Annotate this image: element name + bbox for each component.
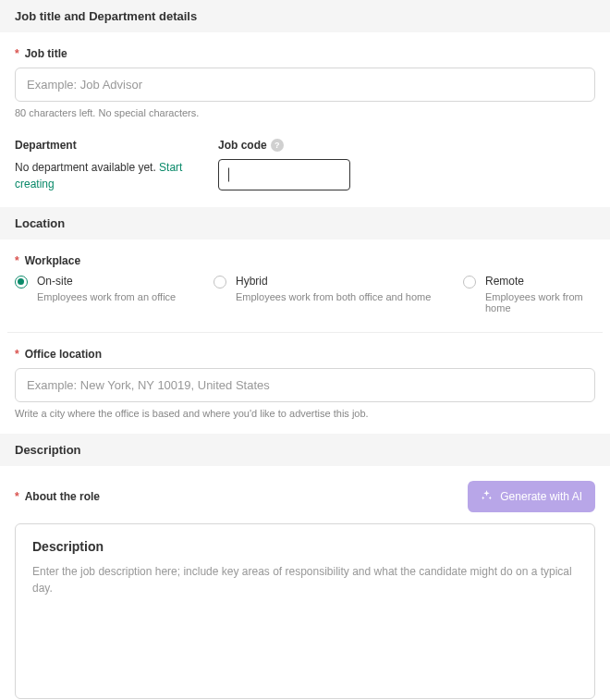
workplace-label: * Workplace bbox=[15, 254, 595, 267]
option-content: Hybrid Employees work from both office a… bbox=[236, 275, 431, 302]
required-star-icon: * bbox=[15, 490, 19, 503]
section-header-text: Job title and Department details bbox=[15, 9, 197, 23]
section-header-description: Description bbox=[0, 434, 610, 466]
description-box-title: Description bbox=[32, 539, 578, 554]
job-title-label-text: Job title bbox=[25, 47, 67, 60]
office-location-label: * Office location bbox=[15, 348, 595, 361]
option-title: On-site bbox=[37, 275, 176, 288]
generate-button-text: Generate with AI bbox=[500, 490, 582, 503]
option-desc: Employees work from an office bbox=[37, 291, 176, 302]
radio-icon bbox=[15, 276, 28, 289]
required-star-icon: * bbox=[15, 348, 19, 361]
department-empty-text: No department available yet. bbox=[15, 161, 159, 174]
radio-icon bbox=[214, 276, 226, 289]
job-code-column: Job code ? bbox=[218, 139, 352, 192]
department-empty-state: No department available yet. Start creat… bbox=[15, 159, 200, 192]
workplace-label-text: Workplace bbox=[25, 254, 80, 267]
section-header-text: Description bbox=[15, 443, 81, 457]
section-body-job-title: * Job title 80 characters left. No speci… bbox=[0, 32, 610, 207]
dept-code-row: Department No department available yet. … bbox=[15, 139, 595, 192]
job-code-label: Job code ? bbox=[218, 139, 352, 152]
about-role-label-text: About the role bbox=[25, 490, 100, 503]
generate-with-ai-button[interactable]: Generate with AI bbox=[468, 481, 595, 512]
workplace-option-onsite[interactable]: On-site Employees work from an office bbox=[15, 275, 214, 313]
option-title: Hybrid bbox=[236, 275, 431, 288]
office-location-input[interactable] bbox=[15, 368, 595, 402]
help-icon[interactable]: ? bbox=[271, 139, 284, 152]
option-content: Remote Employees work from home bbox=[485, 275, 595, 313]
required-star-icon: * bbox=[15, 254, 19, 267]
section-body-location: * Workplace On-site Employees work from … bbox=[0, 239, 610, 313]
text-cursor-icon bbox=[228, 168, 229, 182]
description-box-placeholder: Enter the job description here; include … bbox=[32, 563, 578, 596]
job-title-label: * Job title bbox=[15, 47, 595, 60]
workplace-options: On-site Employees work from an office Hy… bbox=[15, 275, 595, 313]
section-header-location: Location bbox=[0, 207, 610, 239]
description-editor[interactable]: Description Enter the job description he… bbox=[15, 523, 595, 699]
workplace-option-remote[interactable]: Remote Employees work from home bbox=[463, 275, 595, 313]
required-star-icon: * bbox=[15, 47, 19, 60]
option-desc: Employees work from home bbox=[485, 291, 595, 313]
option-desc: Employees work from both office and home bbox=[236, 291, 431, 302]
job-title-input[interactable] bbox=[15, 68, 595, 102]
about-role-label: * About the role bbox=[15, 490, 100, 503]
office-location-label-text: Office location bbox=[25, 348, 102, 361]
office-location-hint: Write a city where the office is based a… bbox=[15, 408, 595, 419]
department-column: Department No department available yet. … bbox=[15, 139, 200, 192]
office-location-body: * Office location Write a city where the… bbox=[0, 333, 610, 434]
option-title: Remote bbox=[485, 275, 595, 288]
sparkle-icon bbox=[481, 489, 493, 504]
radio-icon bbox=[463, 276, 476, 289]
job-code-label-text: Job code bbox=[218, 139, 267, 152]
department-label-text: Department bbox=[15, 139, 77, 152]
department-label: Department bbox=[15, 139, 200, 152]
option-content: On-site Employees work from an office bbox=[37, 275, 176, 302]
job-code-input[interactable] bbox=[218, 159, 350, 190]
job-title-hint: 80 characters left. No special character… bbox=[15, 107, 595, 118]
workplace-option-hybrid[interactable]: Hybrid Employees work from both office a… bbox=[214, 275, 463, 313]
section-header-job-title: Job title and Department details bbox=[0, 0, 610, 32]
about-role-row: * About the role Generate with AI bbox=[0, 466, 610, 523]
section-header-text: Location bbox=[15, 216, 65, 230]
